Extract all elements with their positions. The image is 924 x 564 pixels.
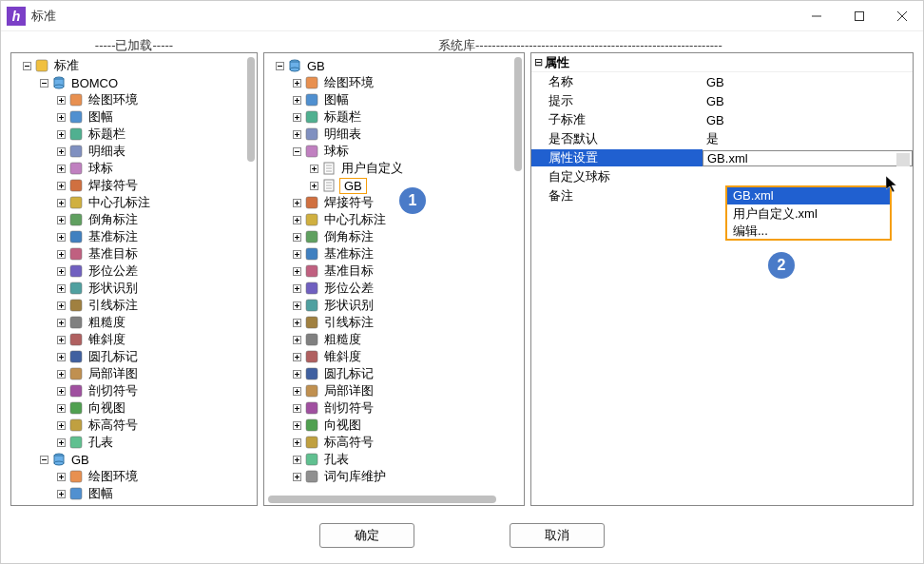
expand-icon[interactable] — [55, 248, 67, 260]
tree-node[interactable]: 局部详图 — [13, 365, 243, 382]
expand-icon[interactable] — [55, 94, 67, 106]
tree-node-label[interactable]: GB — [339, 178, 367, 194]
tree-node-label[interactable]: 绘图环境 — [87, 468, 140, 485]
tree-node-label[interactable]: 圆孔标记 — [87, 348, 140, 365]
tree-node[interactable]: 标题栏 — [13, 126, 243, 143]
tree-node[interactable]: 向视图 — [13, 399, 243, 417]
tree-node-label[interactable]: 标高符号 — [322, 434, 375, 451]
cancel-button[interactable]: 取消 — [510, 523, 605, 548]
expand-icon[interactable] — [291, 214, 302, 225]
tree-node-label[interactable]: 球标 — [87, 160, 115, 177]
property-value[interactable]: GB.xml — [703, 150, 913, 166]
expand-icon[interactable] — [291, 454, 302, 465]
tree-node[interactable]: 形位公差 — [266, 280, 510, 297]
tree-node[interactable]: 圆孔标记 — [266, 365, 510, 382]
expand-icon[interactable] — [55, 471, 67, 482]
expand-icon[interactable] — [55, 437, 67, 448]
expand-icon[interactable] — [291, 197, 302, 208]
tree-node-label[interactable]: 向视图 — [87, 399, 127, 417]
expand-icon[interactable] — [291, 128, 302, 140]
tree-node[interactable]: 粗糙度 — [13, 314, 243, 331]
dropdown-item[interactable]: 用户自定义.xml — [727, 204, 890, 222]
tree-node-label[interactable]: 引线标注 — [322, 314, 375, 331]
tree-node[interactable]: 基准目标 — [266, 263, 510, 280]
ok-button[interactable]: 确定 — [319, 523, 414, 548]
expand-icon[interactable] — [55, 163, 67, 174]
expand-icon[interactable] — [55, 128, 67, 140]
collapse-icon[interactable] — [38, 77, 49, 88]
tree-node[interactable]: 圆孔标记 — [13, 348, 243, 365]
tree-node-label[interactable]: 粗糙度 — [87, 314, 127, 331]
expand-icon[interactable] — [308, 180, 319, 191]
tree-node-label[interactable]: 图幅 — [87, 485, 115, 502]
property-row[interactable]: 名称GB — [531, 72, 913, 91]
tree-node[interactable]: 绘图环境 — [13, 468, 243, 485]
property-row[interactable]: 是否默认是 — [531, 129, 913, 148]
expand-icon[interactable] — [291, 334, 302, 345]
dropdown-item[interactable]: 编辑... — [727, 222, 890, 239]
tree-node-label[interactable]: 图幅 — [87, 108, 115, 126]
tree-node-label[interactable]: 引线标注 — [87, 297, 140, 314]
tree-node-label[interactable]: 绘图环境 — [322, 74, 375, 91]
expand-icon[interactable] — [55, 265, 67, 277]
collapse-icon[interactable] — [21, 60, 32, 71]
tree-node-label[interactable]: 孔表 — [87, 434, 115, 451]
tree-node[interactable]: 孔表 — [13, 434, 243, 451]
tree-node-label[interactable]: 明细表 — [322, 126, 363, 143]
expand-icon[interactable] — [55, 488, 67, 499]
expand-icon[interactable] — [291, 282, 302, 294]
tree-node-label[interactable]: 向视图 — [322, 417, 363, 434]
tree-node-label[interactable]: 图幅 — [322, 91, 351, 108]
tree-node[interactable]: 倒角标注 — [266, 228, 510, 245]
tree-node[interactable]: 标高符号 — [266, 434, 510, 451]
vertical-scrollbar[interactable] — [247, 57, 255, 162]
collapse-icon[interactable] — [38, 454, 49, 465]
tree-node[interactable]: 基准标注 — [266, 245, 510, 263]
property-row[interactable]: 提示GB — [531, 91, 913, 110]
maximize-button[interactable] — [837, 1, 880, 31]
tree-node[interactable]: 引线标注 — [13, 297, 243, 314]
expand-icon[interactable] — [291, 317, 302, 328]
expand-icon[interactable] — [291, 77, 302, 88]
expand-icon[interactable] — [55, 300, 67, 311]
tree-node-label[interactable]: 中心孔标注 — [322, 211, 388, 228]
property-row[interactable]: 属性设置GB.xml — [531, 148, 913, 167]
expand-icon[interactable] — [291, 351, 302, 362]
tree-node[interactable]: GB — [13, 451, 243, 468]
tree-node[interactable]: GB — [266, 57, 510, 74]
tree-node[interactable]: 明细表 — [266, 126, 510, 143]
tree-node[interactable]: 焊接符号 — [13, 177, 243, 194]
tree-node-label[interactable]: 圆孔标记 — [322, 365, 375, 382]
expand-icon[interactable] — [291, 94, 302, 106]
tree-node[interactable]: 锥斜度 — [266, 348, 510, 365]
tree-node-label[interactable]: 基准标注 — [87, 228, 140, 245]
expand-icon[interactable] — [291, 437, 302, 448]
horizontal-scrollbar[interactable] — [268, 496, 496, 503]
tree-node-label[interactable]: 局部详图 — [322, 382, 375, 399]
dropdown-item[interactable]: GB.xml — [727, 187, 890, 204]
tree-node-label[interactable]: 用户自定义 — [339, 160, 405, 177]
tree-node[interactable]: 基准目标 — [13, 245, 243, 263]
tree-node[interactable]: 图幅 — [266, 91, 510, 108]
close-button[interactable] — [880, 1, 923, 31]
tree-node-label[interactable]: 基准目标 — [87, 245, 140, 263]
tree-node[interactable]: 形状识别 — [13, 280, 243, 297]
property-dropdown[interactable]: GB.xml用户自定义.xml编辑... — [725, 185, 892, 241]
tree-node[interactable]: 形状识别 — [266, 297, 510, 314]
expand-icon[interactable] — [55, 111, 67, 123]
collapse-icon[interactable] — [291, 146, 302, 157]
tree-node-label[interactable]: 锥斜度 — [87, 331, 127, 348]
tree-node[interactable]: 孔表 — [266, 451, 510, 468]
tree-node[interactable]: 球标 — [13, 160, 243, 177]
tree-node[interactable]: 明细表 — [13, 143, 243, 160]
expand-icon[interactable] — [291, 471, 302, 482]
tree-node-label[interactable]: 标题栏 — [322, 108, 363, 126]
tree-node[interactable]: 剖切符号 — [13, 382, 243, 399]
tree-node-label[interactable]: 中心孔标注 — [87, 194, 152, 211]
collapse-icon[interactable]: ⊟ — [531, 56, 545, 68]
tree-node-label[interactable]: 标准 — [52, 57, 81, 74]
tree-node[interactable]: 标高符号 — [13, 417, 243, 434]
tree-node[interactable]: BOMCO — [13, 74, 243, 91]
tree-node[interactable]: 向视图 — [266, 417, 510, 434]
tree-node[interactable]: 引线标注 — [266, 314, 510, 331]
